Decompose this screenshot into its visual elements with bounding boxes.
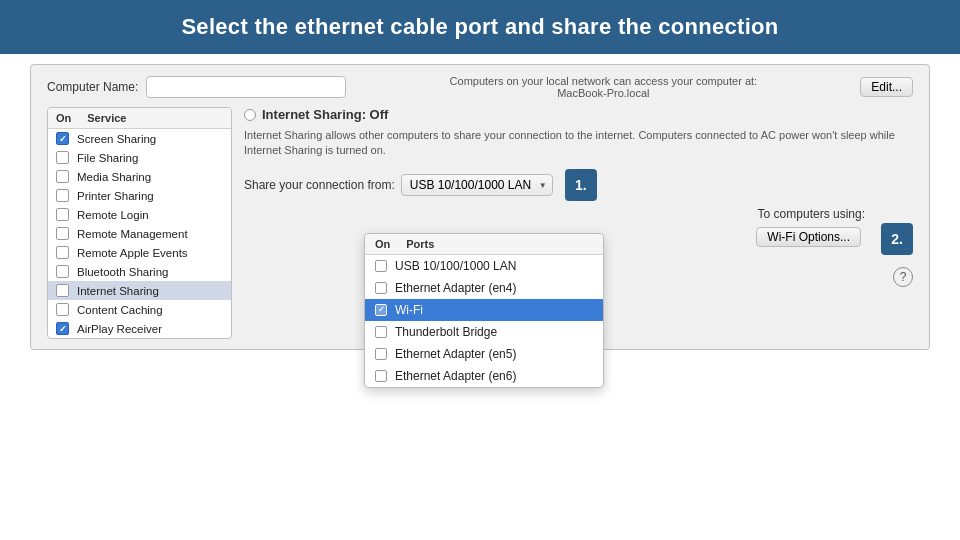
- dropdown-col-on: On: [375, 238, 390, 250]
- service-checkbox[interactable]: [56, 322, 69, 335]
- to-computers-section: To computers using: On Ports USB 10/100/…: [244, 207, 913, 255]
- service-item-label: Remote Management: [77, 228, 188, 240]
- dropdown-item-label: Ethernet Adapter (en5): [395, 347, 516, 361]
- dropdown-area: To computers using: On Ports USB 10/100/…: [244, 207, 869, 251]
- body-layout: On Service Screen SharingFile SharingMed…: [47, 107, 913, 339]
- step1-badge: 1.: [565, 169, 597, 201]
- service-checkbox[interactable]: [56, 303, 69, 316]
- dropdown-checkbox[interactable]: [375, 260, 387, 272]
- dropdown-col-ports: Ports: [406, 238, 434, 250]
- sharing-description: Internet Sharing allows other computers …: [244, 128, 913, 159]
- service-item[interactable]: Media Sharing: [48, 167, 231, 186]
- right-panel: Internet Sharing: Off Internet Sharing a…: [244, 107, 913, 339]
- dropdown-header: On Ports: [365, 234, 603, 255]
- dropdown-item-label: Thunderbolt Bridge: [395, 325, 497, 339]
- dropdown-popup: On Ports USB 10/100/1000 LANEthernet Ada…: [364, 233, 604, 388]
- dropdown-item-label: Wi-Fi: [395, 303, 423, 317]
- dropdown-item[interactable]: Ethernet Adapter (en5): [365, 343, 603, 365]
- network-info-line2: MacBook-Pro.local: [346, 87, 860, 99]
- service-item[interactable]: Printer Sharing: [48, 186, 231, 205]
- dropdown-item[interactable]: Wi-Fi: [365, 299, 603, 321]
- service-item-label: Media Sharing: [77, 171, 151, 183]
- computer-name-left: Computer Name:: [47, 76, 346, 98]
- service-checkbox[interactable]: [56, 151, 69, 164]
- dropdown-checkbox[interactable]: [375, 370, 387, 382]
- dropdown-checkbox[interactable]: [375, 348, 387, 360]
- dropdown-item[interactable]: Ethernet Adapter (en6): [365, 365, 603, 387]
- service-item-label: Bluetooth Sharing: [77, 266, 168, 278]
- service-item[interactable]: Remote Login: [48, 205, 231, 224]
- dropdown-item[interactable]: USB 10/100/1000 LAN: [365, 255, 603, 277]
- service-checkbox[interactable]: [56, 208, 69, 221]
- network-info-line1: Computers on your local network can acce…: [346, 75, 860, 87]
- computer-name-input[interactable]: [146, 76, 346, 98]
- service-item-label: Remote Login: [77, 209, 149, 221]
- computer-name-row: Computer Name: Computers on your local n…: [47, 75, 913, 99]
- service-item-label: Screen Sharing: [77, 133, 156, 145]
- to-computers-label: To computers using:: [244, 207, 869, 221]
- service-checkbox[interactable]: [56, 170, 69, 183]
- dropdown-item[interactable]: Ethernet Adapter (en4): [365, 277, 603, 299]
- dropdown-item-label: USB 10/100/1000 LAN: [395, 259, 516, 273]
- connection-from-wrapper: Share your connection from: USB 10/100/1…: [244, 169, 913, 201]
- service-checkbox[interactable]: [56, 265, 69, 278]
- network-info: Computers on your local network can acce…: [346, 75, 860, 99]
- service-item[interactable]: Screen Sharing: [48, 129, 231, 148]
- step2-badge: 2.: [881, 223, 913, 255]
- service-item[interactable]: Bluetooth Sharing: [48, 262, 231, 281]
- service-item[interactable]: Remote Apple Events: [48, 243, 231, 262]
- service-list: Screen SharingFile SharingMedia SharingP…: [48, 129, 231, 338]
- service-checkbox[interactable]: [56, 246, 69, 259]
- service-item[interactable]: Content Caching: [48, 300, 231, 319]
- internet-sharing-header: Internet Sharing: Off: [244, 107, 913, 122]
- service-item[interactable]: File Sharing: [48, 148, 231, 167]
- dropdown-checkbox[interactable]: [375, 282, 387, 294]
- service-item[interactable]: AirPlay Receiver: [48, 319, 231, 338]
- computer-name-label: Computer Name:: [47, 80, 138, 94]
- service-checkbox[interactable]: [56, 284, 69, 297]
- main-content: Computer Name: Computers on your local n…: [30, 64, 930, 350]
- dropdown-item[interactable]: Thunderbolt Bridge: [365, 321, 603, 343]
- edit-button[interactable]: Edit...: [860, 77, 913, 97]
- dropdown-list: USB 10/100/1000 LANEthernet Adapter (en4…: [365, 255, 603, 387]
- dropdown-item-label: Ethernet Adapter (en4): [395, 281, 516, 295]
- service-item[interactable]: Internet Sharing: [48, 281, 231, 300]
- service-item[interactable]: Remote Management: [48, 224, 231, 243]
- connection-from-label: Share your connection from:: [244, 178, 395, 192]
- service-item-label: File Sharing: [77, 152, 138, 164]
- service-col-name: Service: [87, 112, 126, 124]
- service-item-label: AirPlay Receiver: [77, 323, 162, 335]
- wifi-options-button[interactable]: Wi-Fi Options...: [756, 227, 861, 247]
- service-col-on: On: [56, 112, 71, 124]
- service-item-label: Internet Sharing: [77, 285, 159, 297]
- service-item-label: Remote Apple Events: [77, 247, 188, 259]
- service-checkbox[interactable]: [56, 227, 69, 240]
- connection-from-select-wrapper[interactable]: USB 10/100/1000 LAN: [401, 174, 553, 196]
- dropdown-item-label: Ethernet Adapter (en6): [395, 369, 516, 383]
- to-computers-wrapper: To computers using: On Ports USB 10/100/…: [244, 207, 913, 255]
- help-button[interactable]: ?: [893, 267, 913, 287]
- service-header: On Service: [48, 108, 231, 129]
- radio-indicator: [244, 109, 256, 121]
- page-title: Select the ethernet cable port and share…: [0, 0, 960, 54]
- service-panel: On Service Screen SharingFile SharingMed…: [47, 107, 232, 339]
- service-checkbox[interactable]: [56, 189, 69, 202]
- service-item-label: Printer Sharing: [77, 190, 154, 202]
- dropdown-checkbox[interactable]: [375, 304, 387, 316]
- service-checkbox[interactable]: [56, 132, 69, 145]
- connection-from-select[interactable]: USB 10/100/1000 LAN: [401, 174, 553, 196]
- service-item-label: Content Caching: [77, 304, 163, 316]
- dropdown-checkbox[interactable]: [375, 326, 387, 338]
- internet-sharing-title: Internet Sharing: Off: [262, 107, 388, 122]
